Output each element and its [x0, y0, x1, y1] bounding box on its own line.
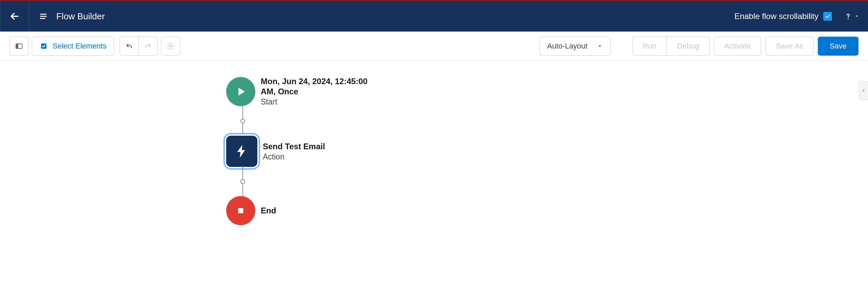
help-menu[interactable] — [837, 12, 859, 21]
save-as-button[interactable]: Save As — [765, 37, 814, 56]
start-node[interactable]: Mon, Jun 24, 2024, 12:45:00 AM, Once Sta… — [226, 76, 383, 107]
action-node-title: Send Test Email — [263, 141, 325, 152]
undo-icon — [125, 42, 133, 50]
toolbar: Select Elements Auto-Layout — [0, 32, 868, 61]
undo-button[interactable] — [120, 37, 139, 56]
stop-icon — [236, 206, 246, 216]
svg-rect-5 — [238, 208, 243, 213]
chevron-left-icon — [861, 87, 866, 94]
redo-icon — [144, 42, 152, 50]
end-node-title: End — [261, 206, 276, 216]
redo-button[interactable] — [139, 37, 158, 56]
layout-mode-label: Auto-Layout — [547, 42, 588, 51]
select-elements-label: Select Elements — [53, 42, 106, 51]
app-header: Flow Builder Enable flow scrollability — [0, 1, 868, 32]
flow-canvas[interactable]: Mon, Jun 24, 2024, 12:45:00 AM, Once Sta… — [0, 61, 868, 307]
flow-icon — [40, 11, 50, 21]
end-node[interactable]: End — [226, 196, 276, 225]
back-button[interactable] — [0, 1, 29, 32]
page-title: Flow Builder — [56, 11, 105, 22]
lightning-icon — [234, 143, 250, 159]
multiselect-icon — [40, 42, 48, 50]
action-node-subtitle: Action — [263, 152, 325, 161]
scrollability-label: Enable flow scrollability — [734, 12, 818, 21]
arrow-left-icon — [9, 11, 20, 22]
select-elements-button[interactable]: Select Elements — [32, 37, 114, 56]
activate-button[interactable]: Activate — [714, 37, 761, 56]
layout-mode-select[interactable]: Auto-Layout — [539, 37, 611, 56]
panel-left-icon — [15, 42, 23, 50]
settings-button[interactable] — [161, 37, 180, 56]
svg-rect-2 — [16, 44, 18, 49]
check-icon — [825, 13, 831, 19]
save-button[interactable]: Save — [818, 37, 859, 56]
caret-down-icon — [854, 14, 859, 19]
toggle-panel-button[interactable] — [9, 37, 28, 56]
start-node-subtitle: Start — [261, 97, 383, 107]
gear-icon — [166, 42, 175, 50]
scrollability-checkbox[interactable] — [823, 12, 832, 21]
svg-point-0 — [848, 18, 849, 19]
start-node-title: Mon, Jun 24, 2024, 12:45:00 AM, Once — [261, 76, 383, 97]
add-element-connector[interactable] — [240, 106, 245, 136]
play-icon — [234, 85, 248, 98]
run-button[interactable]: Run — [632, 37, 667, 56]
help-icon — [844, 12, 852, 21]
svg-point-4 — [170, 45, 172, 47]
add-element-connector[interactable] — [240, 166, 245, 197]
action-node[interactable]: Send Test Email Action — [226, 136, 325, 167]
chevron-down-icon — [597, 43, 603, 49]
debug-button[interactable]: Debug — [667, 37, 710, 56]
right-panel-toggle[interactable] — [859, 81, 868, 100]
